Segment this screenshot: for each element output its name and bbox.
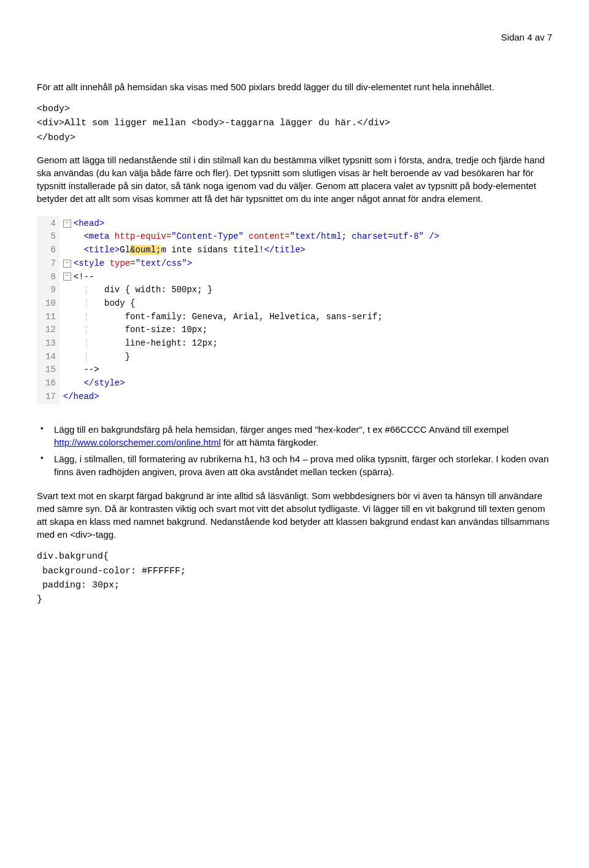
paragraph-stylesheet: Genom att lägga till nedanstående stil i…	[37, 153, 552, 205]
line-number-gutter: 4 5 6 7 8 9 10 11 12 13 14 15 16 17	[37, 216, 60, 405]
paragraph-intro: För att allt innehåll på hemsidan ska vi…	[37, 80, 552, 93]
fold-icon: −	[63, 220, 71, 228]
fold-icon: −	[63, 260, 71, 268]
code-block-bakgrund: div.bakgrund{ background-color: #FFFFFF;…	[37, 549, 552, 606]
fold-icon: −	[63, 273, 71, 281]
list-item: Lägg till en bakgrundsfärg på hela hemsi…	[37, 423, 552, 449]
page-number: Sidan 4 av 7	[37, 31, 552, 44]
list-item: Lägg, i stilmallen, till formatering av …	[37, 452, 552, 478]
paragraph-contrast: Svart text mot en skarpt färgad bakgrund…	[37, 489, 552, 541]
instruction-list: Lägg till en bakgrundsfärg på hela hemsi…	[37, 423, 552, 478]
code-content: −<head> <meta http-equiv="Content-Type" …	[60, 216, 439, 405]
code-editor: 4 5 6 7 8 9 10 11 12 13 14 15 16 17 −<he…	[37, 216, 552, 405]
colorschemer-link[interactable]: http://www.colorschemer.com/online.html	[54, 437, 221, 448]
code-block-body-div: <body> <div>Allt som ligger mellan <body…	[37, 102, 552, 145]
